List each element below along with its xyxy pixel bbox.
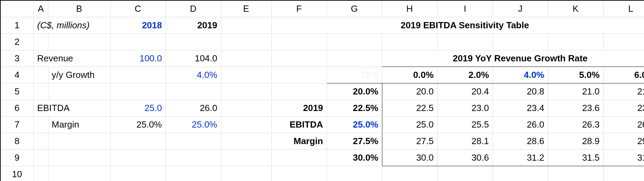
row-header-9[interactable]: 9 [0,150,34,166]
cell-E8[interactable] [221,133,271,150]
sens-b-4-1[interactable]: 30.6 [437,150,493,166]
cell-ebitda-2018[interactable]: 25.0 [110,100,166,117]
cell-H10[interactable] [382,166,437,181]
sens-b-1-4[interactable]: 23.9 [603,100,644,117]
cell-B2[interactable] [48,34,110,50]
row-header-2[interactable]: 2 [0,34,34,50]
cell-I10[interactable] [437,166,493,181]
cell-F2[interactable] [271,34,327,50]
sens-row-h-2[interactable]: 25.0% [327,117,382,133]
cell-H2[interactable] [382,34,437,50]
sens-row-h-3[interactable]: 27.5% [327,133,382,150]
sens-b-2-2[interactable]: 26.0 [493,117,548,133]
cell-G10[interactable] [327,166,382,181]
sens-b-3-2[interactable]: 28.6 [493,133,548,150]
cell-yoy-2019[interactable]: 4.0% [166,67,221,83]
cell-A8[interactable] [34,133,48,150]
sens-b-3-0[interactable]: 27.5 [382,133,437,150]
cell-K2[interactable] [548,34,603,50]
row-header-3[interactable]: 3 [0,50,34,67]
select-all-corner[interactable] [0,0,34,17]
cell-A4[interactable] [34,67,48,83]
col-header-E[interactable]: E [221,0,271,17]
cell-E5[interactable] [221,83,271,100]
cell-A9[interactable] [34,150,48,166]
col-header-J[interactable]: J [493,0,548,17]
sens-b-0-0[interactable]: 20.0 [382,83,437,100]
row-header-4[interactable]: 4 [0,67,34,83]
sens-b-1-1[interactable]: 23.0 [437,100,493,117]
col-header-D[interactable]: D [166,0,221,17]
cell-F10[interactable] [271,166,327,181]
cell-J10[interactable] [493,166,548,181]
cell-G3[interactable] [327,50,382,67]
cell-margin-label[interactable]: Margin [48,117,110,133]
spreadsheet-grid[interactable]: A B C D E F G H I J K L 1 (C$, millions)… [0,0,644,181]
cell-I2[interactable] [437,34,493,50]
sens-b-4-2[interactable]: 31.2 [493,150,548,166]
cell-B5[interactable] [48,83,110,100]
cell-F4[interactable] [271,67,327,83]
cell-year-2018[interactable]: 2018 [110,17,166,34]
sens-b-2-3[interactable]: 26.3 [548,117,603,133]
sens-b-2-1[interactable]: 25.5 [437,117,493,133]
sens-col-h-3[interactable]: 5.0% [548,67,603,83]
sens-row-h-4[interactable]: 30.0% [327,150,382,166]
cell-D5[interactable] [166,83,221,100]
cell-D2[interactable] [166,34,221,50]
sens-b-3-4[interactable]: 29.2 [603,133,644,150]
sens-b-2-0[interactable]: 25.0 [382,117,437,133]
sens-b-0-2[interactable]: 20.8 [493,83,548,100]
cell-margin-2018[interactable]: 25.0% [110,117,166,133]
col-header-F[interactable]: F [271,0,327,17]
sens-col-h-1[interactable]: 2.0% [437,67,493,83]
cell-A10[interactable] [34,166,48,181]
cell-D10[interactable] [166,166,221,181]
sens-ghost-cell[interactable]: 26.0 [327,67,382,83]
sens-row-h-1[interactable]: 22.5% [327,100,382,117]
cell-revenue-2019[interactable]: 104.0 [166,50,221,67]
row-header-5[interactable]: 5 [0,83,34,100]
cell-E9[interactable] [221,150,271,166]
sens-row-h-0[interactable]: 20.0% [327,83,382,100]
cell-revenue-label[interactable]: Revenue [34,50,110,67]
cell-A7[interactable] [34,117,48,133]
row-header-6[interactable]: 6 [0,100,34,117]
row-header-7[interactable]: 7 [0,117,34,133]
col-header-L[interactable]: L [603,0,644,17]
sens-col-h-2[interactable]: 4.0% [493,67,548,83]
sens-b-1-0[interactable]: 22.5 [382,100,437,117]
sens-title[interactable]: 2019 EBITDA Sensitivity Table [271,17,644,34]
cell-E7[interactable] [221,117,271,133]
cell-F3[interactable] [271,50,327,67]
sens-row-title-3[interactable]: Margin [271,133,327,150]
cell-revenue-2018[interactable]: 100.0 [110,50,166,67]
cell-C9[interactable] [110,150,166,166]
col-header-C[interactable]: C [110,0,166,17]
cell-E6[interactable] [221,100,271,117]
col-header-A[interactable]: A [34,0,48,17]
cell-F5[interactable] [271,83,327,100]
col-header-I[interactable]: I [437,0,493,17]
col-header-G[interactable]: G [327,0,382,17]
sens-row-title-2[interactable]: EBITDA [271,117,327,133]
sens-b-0-3[interactable]: 21.0 [548,83,603,100]
cell-B9[interactable] [48,150,110,166]
row-header-10[interactable]: 10 [0,166,34,181]
sens-b-4-3[interactable]: 31.5 [548,150,603,166]
sens-b-4-4[interactable]: 31.8 [603,150,644,166]
cell-B8[interactable] [48,133,110,150]
cell-A5[interactable] [34,83,48,100]
cell-E3[interactable] [221,50,271,67]
sens-b-0-4[interactable]: 21.2 [603,83,644,100]
cell-D9[interactable] [166,150,221,166]
cell-ebitda-2019[interactable]: 26.0 [166,100,221,117]
cell-E2[interactable] [221,34,271,50]
cell-ebitda-label[interactable]: EBITDA [34,100,110,117]
sens-b-3-1[interactable]: 28.1 [437,133,493,150]
sens-col-title[interactable]: 2019 YoY Revenue Growth Rate [382,50,644,67]
cell-L2[interactable] [603,34,644,50]
cell-units-label[interactable]: (C$, millions) [34,17,110,34]
cell-K10[interactable] [548,166,603,181]
cell-C10[interactable] [110,166,166,181]
